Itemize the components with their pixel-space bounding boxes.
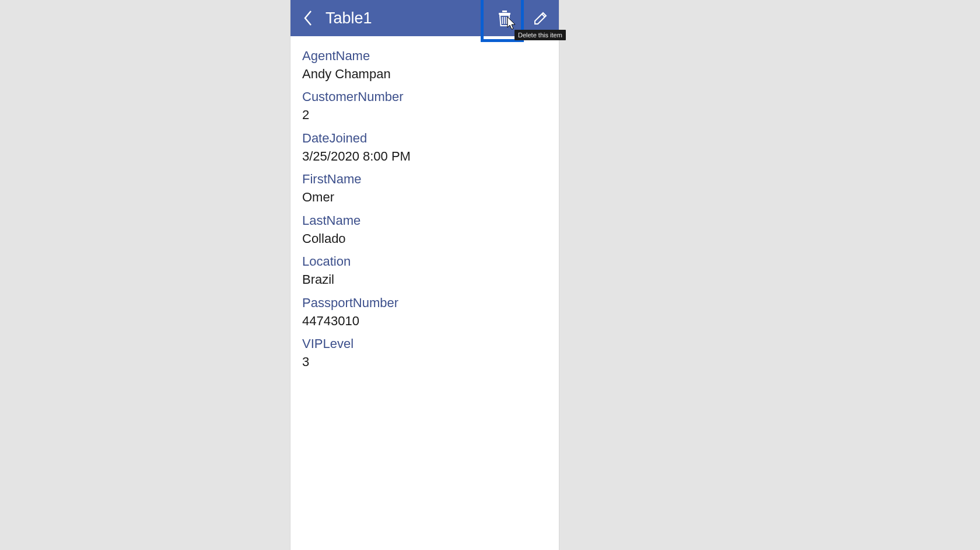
field-label: DateJoined	[302, 130, 547, 147]
field-agentname: AgentName Andy Champan	[302, 48, 547, 83]
field-label: FirstName	[302, 171, 547, 188]
field-label: VIPLevel	[302, 336, 547, 353]
field-value: 44743010	[302, 312, 547, 330]
svg-rect-0	[499, 13, 510, 15]
field-value: 3/25/2020 8:00 PM	[302, 147, 547, 166]
field-value: Brazil	[302, 270, 547, 289]
field-location: Location Brazil	[302, 253, 547, 288]
field-datejoined: DateJoined 3/25/2020 8:00 PM	[302, 130, 547, 165]
field-label: CustomerNumber	[302, 89, 547, 106]
back-button[interactable]	[290, 0, 326, 36]
field-value: 2	[302, 106, 547, 124]
chevron-left-icon	[303, 10, 313, 26]
field-label: Location	[302, 253, 547, 270]
pencil-icon	[533, 11, 548, 26]
field-value: Omer	[302, 188, 547, 207]
field-customernumber: CustomerNumber 2	[302, 89, 547, 124]
detail-content: AgentName Andy Champan CustomerNumber 2 …	[290, 36, 559, 381]
field-value: 3	[302, 353, 547, 371]
field-label: LastName	[302, 213, 547, 229]
tooltip: Delete this item	[514, 30, 566, 40]
field-label: AgentName	[302, 48, 547, 65]
field-firstname: FirstName Omer	[302, 171, 547, 206]
field-passportnumber: PassportNumber 44743010	[302, 295, 547, 330]
field-lastname: LastName Collado	[302, 213, 547, 248]
app-frame: Table1	[290, 0, 559, 550]
field-value: Collado	[302, 229, 547, 248]
svg-rect-1	[502, 11, 507, 12]
page-title: Table1	[326, 9, 487, 27]
field-label: PassportNumber	[302, 295, 547, 312]
field-viplevel: VIPLevel 3	[302, 336, 547, 371]
field-value: Andy Champan	[302, 65, 547, 83]
trash-icon	[497, 9, 512, 27]
